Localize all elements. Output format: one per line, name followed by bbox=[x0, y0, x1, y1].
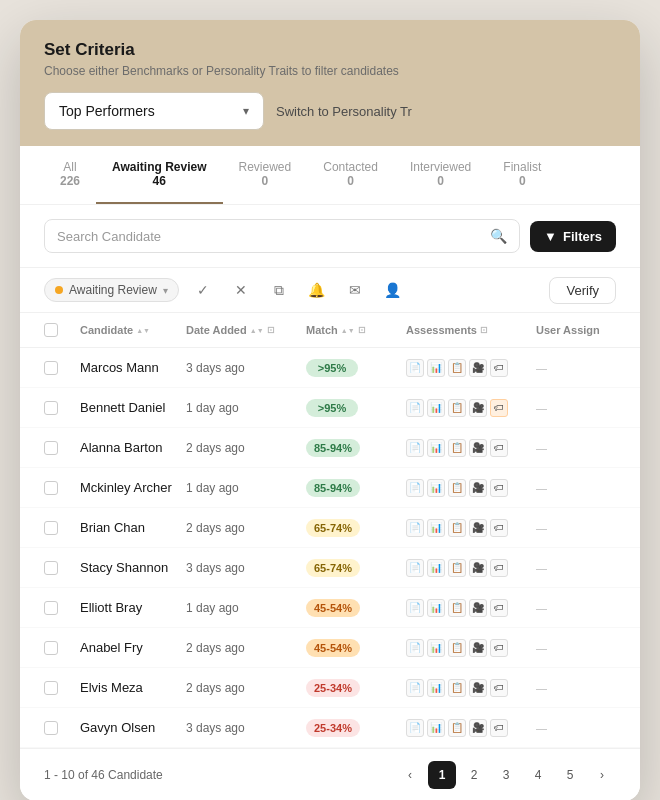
filter-assess-icon[interactable]: ⊡ bbox=[480, 325, 488, 335]
assess-badge-icon[interactable]: 🏷 bbox=[490, 719, 508, 737]
assess-doc-icon[interactable]: 📄 bbox=[406, 639, 424, 657]
row-checkbox[interactable] bbox=[44, 481, 58, 495]
contact-icon[interactable]: 👤 bbox=[379, 276, 407, 304]
assess-video-icon[interactable]: 🎥 bbox=[469, 399, 487, 417]
status-dropdown[interactable]: Awaiting Review ▾ bbox=[44, 278, 179, 302]
row-checkbox[interactable] bbox=[44, 561, 58, 575]
assess-badge-icon[interactable]: 🏷 bbox=[490, 639, 508, 657]
assess-chart-icon[interactable]: 📊 bbox=[427, 479, 445, 497]
filters-button[interactable]: ▼ Filters bbox=[530, 221, 616, 252]
assess-note-icon[interactable]: 📋 bbox=[448, 519, 466, 537]
assess-badge-icon[interactable]: 🏷 bbox=[490, 599, 508, 617]
assess-video-icon[interactable]: 🎥 bbox=[469, 719, 487, 737]
assess-note-icon[interactable]: 📋 bbox=[448, 639, 466, 657]
assess-chart-icon[interactable]: 📊 bbox=[427, 639, 445, 657]
row-checkbox[interactable] bbox=[44, 601, 58, 615]
search-icon[interactable]: 🔍 bbox=[490, 228, 507, 244]
th-date-added: Date Added ▲▼ ⊡ bbox=[186, 324, 306, 336]
page-3-button[interactable]: 3 bbox=[492, 761, 520, 789]
row-checkbox[interactable] bbox=[44, 681, 58, 695]
assess-video-icon[interactable]: 🎥 bbox=[469, 519, 487, 537]
prev-page-button[interactable]: ‹ bbox=[396, 761, 424, 789]
bell-icon[interactable]: 🔔 bbox=[303, 276, 331, 304]
assess-doc-icon[interactable]: 📄 bbox=[406, 559, 424, 577]
filter-match-icon[interactable]: ⊡ bbox=[358, 325, 366, 335]
assess-badge-icon[interactable]: 🏷 bbox=[490, 439, 508, 457]
assess-doc-icon[interactable]: 📄 bbox=[406, 479, 424, 497]
assess-video-icon[interactable]: 🎥 bbox=[469, 599, 487, 617]
tab-finalist[interactable]: Finalist 0 bbox=[487, 146, 557, 204]
copy-icon[interactable]: ⧉ bbox=[265, 276, 293, 304]
assess-badge-icon[interactable]: 🏷 bbox=[490, 559, 508, 577]
filter-date-icon[interactable]: ⊡ bbox=[267, 325, 275, 335]
tab-interviewed[interactable]: Interviewed 0 bbox=[394, 146, 487, 204]
check-icon[interactable]: ✓ bbox=[189, 276, 217, 304]
criteria-dropdown[interactable]: Top Performers ▾ bbox=[44, 92, 264, 130]
row-checkbox[interactable] bbox=[44, 721, 58, 735]
assess-chart-icon[interactable]: 📊 bbox=[427, 599, 445, 617]
assess-video-icon[interactable]: 🎥 bbox=[469, 439, 487, 457]
select-all-checkbox[interactable] bbox=[44, 323, 58, 337]
sort-candidate-icon[interactable]: ▲▼ bbox=[136, 327, 150, 334]
assess-doc-icon[interactable]: 📄 bbox=[406, 439, 424, 457]
verify-button[interactable]: Verify bbox=[549, 277, 616, 304]
row-match-badge: 65-74% bbox=[306, 559, 360, 577]
page-5-button[interactable]: 5 bbox=[556, 761, 584, 789]
assess-badge-icon[interactable]: 🏷 bbox=[490, 359, 508, 377]
assess-video-icon[interactable]: 🎥 bbox=[469, 559, 487, 577]
switch-personality-label[interactable]: Switch to Personality Tr bbox=[276, 104, 412, 119]
assess-doc-icon[interactable]: 📄 bbox=[406, 679, 424, 697]
sort-match-icon[interactable]: ▲▼ bbox=[341, 327, 355, 334]
assess-doc-icon[interactable]: 📄 bbox=[406, 359, 424, 377]
assess-chart-icon[interactable]: 📊 bbox=[427, 719, 445, 737]
assess-doc-icon[interactable]: 📄 bbox=[406, 399, 424, 417]
assess-note-icon[interactable]: 📋 bbox=[448, 679, 466, 697]
assess-badge-icon[interactable]: 🏷 bbox=[490, 519, 508, 537]
row-checkbox[interactable] bbox=[44, 521, 58, 535]
row-user-assign: — bbox=[536, 722, 616, 734]
assess-note-icon[interactable]: 📋 bbox=[448, 359, 466, 377]
close-icon[interactable]: ✕ bbox=[227, 276, 255, 304]
tab-all[interactable]: All 226 bbox=[44, 146, 96, 204]
tab-reviewed[interactable]: Reviewed 0 bbox=[223, 146, 308, 204]
search-box[interactable]: 🔍 bbox=[44, 219, 520, 253]
assess-note-icon[interactable]: 📋 bbox=[448, 599, 466, 617]
assess-doc-icon[interactable]: 📄 bbox=[406, 599, 424, 617]
assess-note-icon[interactable]: 📋 bbox=[448, 479, 466, 497]
assess-doc-icon[interactable]: 📄 bbox=[406, 519, 424, 537]
page-4-button[interactable]: 4 bbox=[524, 761, 552, 789]
assess-badge-icon[interactable]: 🏷 bbox=[490, 399, 508, 417]
assess-chart-icon[interactable]: 📊 bbox=[427, 359, 445, 377]
assess-chart-icon[interactable]: 📊 bbox=[427, 439, 445, 457]
page-1-button[interactable]: 1 bbox=[428, 761, 456, 789]
row-checkbox[interactable] bbox=[44, 401, 58, 415]
assess-note-icon[interactable]: 📋 bbox=[448, 719, 466, 737]
row-date-added: 1 day ago bbox=[186, 401, 306, 415]
assess-badge-icon[interactable]: 🏷 bbox=[490, 479, 508, 497]
assess-video-icon[interactable]: 🎥 bbox=[469, 479, 487, 497]
assess-chart-icon[interactable]: 📊 bbox=[427, 679, 445, 697]
row-candidate-name: Mckinley Archer bbox=[80, 480, 186, 495]
tab-awaiting-review[interactable]: Awaiting Review 46 bbox=[96, 146, 222, 204]
assess-chart-icon[interactable]: 📊 bbox=[427, 519, 445, 537]
page-2-button[interactable]: 2 bbox=[460, 761, 488, 789]
row-user-assign: — bbox=[536, 682, 616, 694]
next-page-button[interactable]: › bbox=[588, 761, 616, 789]
assess-chart-icon[interactable]: 📊 bbox=[427, 559, 445, 577]
assess-note-icon[interactable]: 📋 bbox=[448, 559, 466, 577]
tab-contacted[interactable]: Contacted 0 bbox=[307, 146, 394, 204]
email-icon[interactable]: ✉ bbox=[341, 276, 369, 304]
assess-video-icon[interactable]: 🎥 bbox=[469, 359, 487, 377]
assess-badge-icon[interactable]: 🏷 bbox=[490, 679, 508, 697]
row-checkbox[interactable] bbox=[44, 361, 58, 375]
row-checkbox[interactable] bbox=[44, 441, 58, 455]
row-checkbox[interactable] bbox=[44, 641, 58, 655]
assess-video-icon[interactable]: 🎥 bbox=[469, 639, 487, 657]
assess-note-icon[interactable]: 📋 bbox=[448, 399, 466, 417]
assess-note-icon[interactable]: 📋 bbox=[448, 439, 466, 457]
assess-doc-icon[interactable]: 📄 bbox=[406, 719, 424, 737]
sort-date-icon[interactable]: ▲▼ bbox=[250, 327, 264, 334]
assess-video-icon[interactable]: 🎥 bbox=[469, 679, 487, 697]
search-input[interactable] bbox=[57, 229, 482, 244]
assess-chart-icon[interactable]: 📊 bbox=[427, 399, 445, 417]
